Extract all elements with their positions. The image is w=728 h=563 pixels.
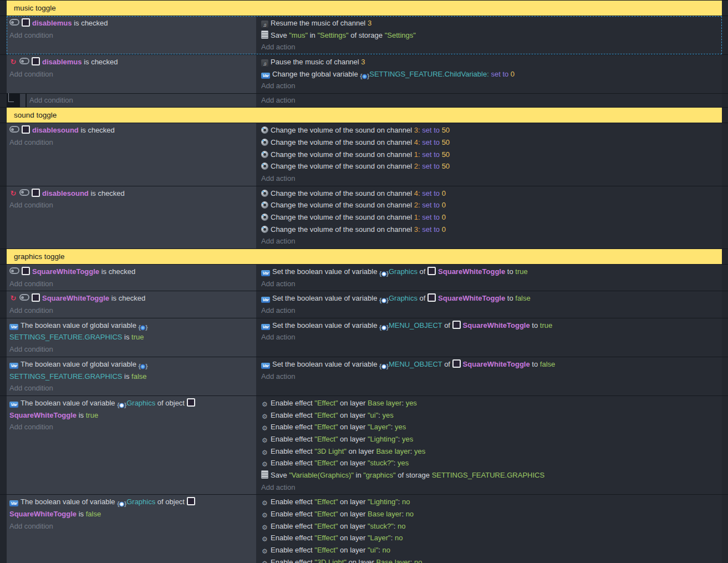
- text-segment: "Effect": [314, 423, 338, 431]
- action-row[interactable]: Enable effect "Effect" on layer "Lightin…: [261, 433, 722, 445]
- action-row[interactable]: Set the boolean value of variable Graphi…: [261, 292, 722, 305]
- action-row[interactable]: Resume the music of channel 3: [261, 17, 722, 29]
- add-condition-button[interactable]: Add condition: [27, 94, 256, 107]
- add-action-button[interactable]: Add action: [261, 41, 722, 53]
- music-icon: [261, 59, 268, 67]
- action-row[interactable]: Set the boolean value of variable Graphi…: [261, 266, 722, 278]
- action-row[interactable]: Save "mus" in "Settings" of storage "Set…: [261, 29, 722, 42]
- event-row: disablemus is checkedAdd conditionPause …: [0, 55, 728, 93]
- action-row[interactable]: Enable effect "Effect" on layer "stuck?"…: [261, 520, 722, 532]
- event-block[interactable]: The boolean value of variable Graphics o…: [7, 396, 722, 495]
- action-row[interactable]: Enable effect "Effect" on layer "Layer":…: [261, 421, 722, 433]
- action-row[interactable]: Set the boolean value of variable MENU_O…: [261, 358, 722, 371]
- condition-row[interactable]: SETTINGS_FEATURE.GRAPHICS is true: [9, 331, 256, 343]
- action-row[interactable]: Change the global variable SETTINGS_FEAT…: [261, 68, 722, 80]
- condition-row[interactable]: SquareWhiteToggle is checked: [9, 266, 256, 278]
- sound-icon: [261, 151, 268, 158]
- action-row[interactable]: Pause the music of channel 3: [261, 56, 722, 68]
- group-header[interactable]: graphics toggle: [7, 249, 722, 264]
- add-condition-button[interactable]: Add condition: [9, 199, 256, 211]
- action-row[interactable]: Change the volume of the sound on channe…: [261, 124, 722, 136]
- action-row[interactable]: Change the volume of the sound on channe…: [261, 160, 722, 173]
- condition-row[interactable]: disablesound is checked: [9, 187, 256, 200]
- text-segment: Save: [271, 31, 289, 39]
- gutter: [0, 357, 7, 395]
- condition-row[interactable]: SquareWhiteToggle is false: [9, 508, 256, 520]
- action-row[interactable]: Change the volume of the sound on channe…: [261, 187, 722, 200]
- add-condition-button[interactable]: Add condition: [9, 343, 256, 356]
- sub-event-handle[interactable]: [20, 94, 26, 107]
- action-row[interactable]: Change the volume of the sound on channe…: [261, 224, 722, 236]
- text-segment: on layer: [338, 435, 368, 443]
- group-row: sound toggle: [0, 108, 728, 123]
- add-action-button[interactable]: Add action: [261, 481, 722, 494]
- event-block[interactable]: The boolean value of global variable SET…: [7, 318, 722, 357]
- add-condition-button[interactable]: Add condition: [9, 382, 256, 394]
- condition-row[interactable]: The boolean value of global variable: [9, 358, 256, 371]
- add-action-button[interactable]: Add action: [261, 278, 722, 290]
- add-condition-button[interactable]: Add condition: [9, 421, 256, 433]
- action-row[interactable]: Enable effect "Effect" on layer Base lay…: [261, 397, 722, 409]
- text-segment: false: [131, 372, 146, 381]
- condition-row[interactable]: SquareWhiteToggle is true: [9, 409, 256, 422]
- add-condition-button[interactable]: Add condition: [9, 136, 256, 149]
- action-row[interactable]: Enable effect "3D Light" on layer Base l…: [261, 445, 722, 458]
- event-block[interactable]: disablesound is checkedAdd conditionChan…: [7, 123, 722, 185]
- event-block[interactable]: disablemus is checkedAdd conditionPause …: [7, 55, 722, 93]
- add-action-button[interactable]: Add action: [261, 331, 722, 343]
- action-row[interactable]: Enable effect "Effect" on layer "Layer":…: [261, 532, 722, 544]
- condition-row[interactable]: The boolean value of variable Graphics o…: [9, 397, 256, 409]
- action-row[interactable]: Set the boolean value of variable MENU_O…: [261, 319, 722, 332]
- action-row[interactable]: Enable effect "Effect" on layer Base lay…: [261, 508, 722, 520]
- condition-row[interactable]: The boolean value of variable Graphics o…: [9, 496, 256, 508]
- group-header[interactable]: music toggle: [7, 1, 722, 16]
- action-row[interactable]: Enable effect "Effect" on layer "Lightin…: [261, 496, 722, 508]
- action-row[interactable]: Enable effect "Effect" on layer "stuck?"…: [261, 457, 722, 469]
- event-block[interactable]: SquareWhiteToggle is checkedAdd conditio…: [7, 291, 722, 317]
- action-row[interactable]: Save "Variable(Graphics)" in "graphics" …: [261, 469, 722, 481]
- add-condition-button[interactable]: Add condition: [9, 278, 256, 290]
- action-row[interactable]: Change the volume of the sound on channe…: [261, 149, 722, 161]
- text-segment: Enable effect: [271, 411, 314, 419]
- action-row[interactable]: Enable effect "Effect" on layer "ui": no: [261, 544, 722, 556]
- add-condition-button[interactable]: Add condition: [9, 520, 256, 532]
- condition-row[interactable]: disablesound is checked: [9, 124, 256, 136]
- condition-row[interactable]: SquareWhiteToggle is checked: [9, 292, 256, 305]
- condition-row[interactable]: The boolean value of global variable: [9, 319, 256, 332]
- checkbox-icon: [22, 125, 30, 134]
- add-action-button[interactable]: Add action: [261, 371, 722, 383]
- right-margin: [722, 55, 728, 93]
- text-segment: disablemus: [32, 19, 72, 27]
- add-condition-button[interactable]: Add condition: [9, 29, 256, 42]
- text-segment: Pause the music of channel: [271, 58, 361, 66]
- action-row[interactable]: Enable effect "Effect" on layer "ui": ye…: [261, 409, 722, 422]
- add-condition-button[interactable]: Add condition: [9, 68, 256, 80]
- condition-row[interactable]: SETTINGS_FEATURE.GRAPHICS is false: [9, 371, 256, 383]
- action-row[interactable]: Enable effect "3D Light" on layer Base l…: [261, 556, 722, 563]
- add-action-button[interactable]: Add action: [261, 80, 722, 92]
- add-action-button[interactable]: Add action: [261, 235, 722, 247]
- action-row[interactable]: Change the volume of the sound on channe…: [261, 211, 722, 224]
- text-segment: :: [378, 411, 382, 419]
- condition-row[interactable]: disablemus is checked: [9, 56, 256, 68]
- event-block[interactable]: SquareWhiteToggle is checkedAdd conditio…: [7, 265, 722, 291]
- text-segment: Enable effect: [271, 459, 314, 467]
- text-segment: Change the global variable: [272, 70, 360, 78]
- add-action-button[interactable]: Add action: [261, 173, 722, 185]
- text-segment: no: [402, 498, 410, 506]
- action-row[interactable]: Change the volume of the sound on channe…: [261, 136, 722, 149]
- condition-row[interactable]: disablemus is checked: [9, 17, 256, 29]
- add-action-button[interactable]: Add action: [261, 305, 722, 317]
- add-condition-button[interactable]: Add condition: [9, 305, 256, 317]
- event-block[interactable]: The boolean value of global variable SET…: [7, 357, 722, 395]
- text-segment: Change the volume of the sound on channe…: [271, 225, 414, 234]
- gutter: [0, 291, 7, 317]
- text-segment: 3: [361, 58, 365, 66]
- text-segment: SETTINGS_FEATURE.GRAPHICS: [432, 471, 544, 479]
- action-row[interactable]: Change the volume of the sound on channe…: [261, 199, 722, 211]
- add-action-button[interactable]: Add action: [261, 94, 722, 106]
- group-header[interactable]: sound toggle: [7, 108, 722, 123]
- event-block[interactable]: disablesound is checkedAdd conditionChan…: [7, 186, 722, 248]
- event-block[interactable]: The boolean value of variable Graphics o…: [7, 495, 722, 563]
- event-block[interactable]: disablemus is checkedAdd conditionResume…: [7, 16, 722, 54]
